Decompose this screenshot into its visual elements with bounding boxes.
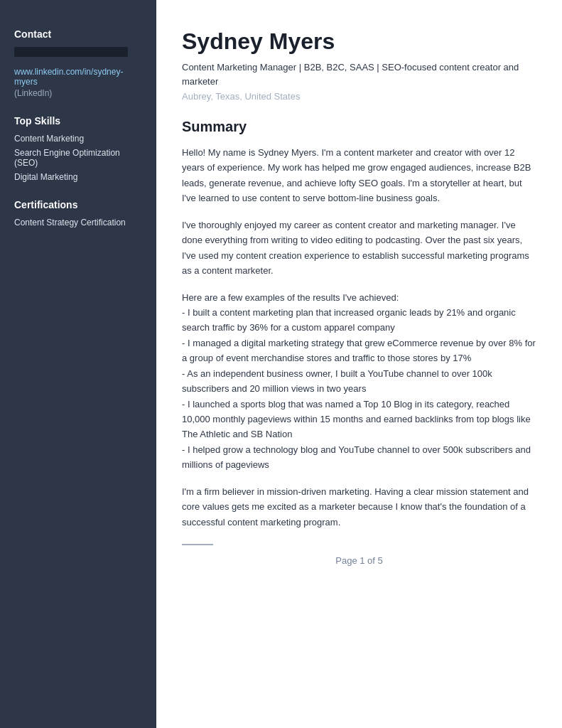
profile-location: Aubrey, Texas, United States (182, 91, 536, 102)
summary-paragraph-3: Here are a few examples of the results I… (182, 290, 536, 473)
profile-name: Sydney Myers (182, 28, 536, 55)
section-divider (182, 544, 213, 545)
skill-1: Content Marketing (14, 134, 142, 144)
sidebar: Contact www.linkedin.com/in/sydney-myers… (0, 0, 156, 728)
redacted-bar (14, 47, 128, 57)
linkedin-label: (LinkedIn) (14, 88, 142, 98)
summary-heading: Summary (182, 119, 536, 135)
summary-paragraph-2: I've thoroughly enjoyed my career as con… (182, 218, 536, 279)
skill-2: Search Engine Optimization (SEO) (14, 148, 142, 168)
contact-heading: Contact (14, 28, 142, 40)
certifications-section: Certifications Content Strategy Certific… (14, 199, 142, 228)
skill-3: Digital Marketing (14, 172, 142, 182)
main-content: Sydney Myers Content Marketing Manager |… (156, 0, 562, 728)
top-skills-heading: Top Skills (14, 115, 142, 127)
top-skills-section: Top Skills Content Marketing Search Engi… (14, 115, 142, 182)
page-number: Page 1 of 5 (182, 555, 536, 566)
profile-title: Content Marketing Manager | B2B, B2C, SA… (182, 60, 536, 88)
certification-1: Content Strategy Certification (14, 218, 142, 228)
certifications-heading: Certifications (14, 199, 142, 210)
summary-paragraph-1: Hello! My name is Sydney Myers. I'm a co… (182, 145, 536, 206)
contact-section: Contact www.linkedin.com/in/sydney-myers… (14, 28, 142, 98)
resume-page: Contact www.linkedin.com/in/sydney-myers… (0, 0, 562, 728)
summary-paragraph-4: I'm a firm believer in mission-driven ma… (182, 484, 536, 530)
linkedin-url[interactable]: www.linkedin.com/in/sydney-myers (14, 67, 142, 87)
